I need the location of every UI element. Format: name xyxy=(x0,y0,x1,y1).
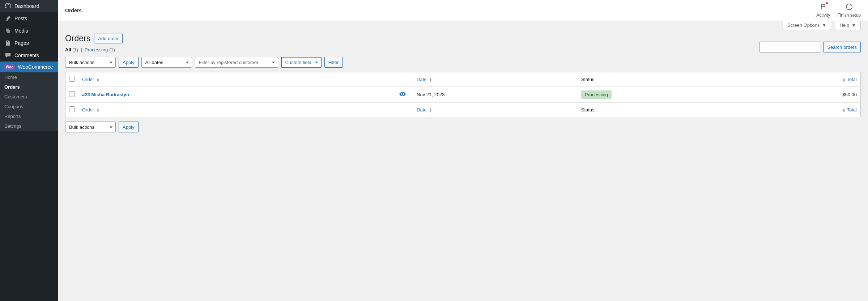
customer-filter-select[interactable]: Filter by registered customer xyxy=(195,57,278,68)
sidebar-item-woocommerce[interactable]: Woo WooCommerce xyxy=(0,62,58,72)
sidebar-label: Media xyxy=(14,28,28,34)
tablenav-bottom: Bulk actions Apply xyxy=(65,122,861,132)
finish-setup-label: Finish setup xyxy=(837,13,861,18)
column-status-footer: Status xyxy=(578,103,754,117)
order-total: $50.00 xyxy=(754,87,861,103)
column-date[interactable]: Date ▲▼ xyxy=(413,72,578,87)
finish-setup-button[interactable]: Finish setup xyxy=(837,3,861,18)
order-link[interactable]: #23 Misha Rudrastyh xyxy=(82,92,129,97)
chevron-down-icon: ▼ xyxy=(851,22,856,28)
notification-dot xyxy=(826,2,828,4)
column-date-footer[interactable]: Date ▲▼ xyxy=(413,103,578,117)
topbar: Orders Activity Finish setup xyxy=(58,0,868,21)
preview-icon[interactable] xyxy=(399,92,406,97)
tablenav-top: Bulk actions Apply All dates Filter by r… xyxy=(65,57,861,68)
sidebar-label: Dashboard xyxy=(14,3,39,9)
row-checkbox[interactable] xyxy=(69,91,75,97)
search-orders-button[interactable]: Search orders xyxy=(823,42,861,52)
screen-options-tab[interactable]: Screen Options ▼ xyxy=(783,21,831,30)
sort-icon: ▲▼ xyxy=(96,78,100,82)
topbar-title: Orders xyxy=(65,8,82,13)
sidebar-item-posts[interactable]: Posts xyxy=(0,12,58,25)
flag-icon xyxy=(820,3,827,12)
column-total[interactable]: ▲▼ Total xyxy=(754,72,861,87)
column-status: Status xyxy=(578,72,754,87)
sort-icon: ▲▼ xyxy=(429,78,432,82)
sort-icon: ▲▼ xyxy=(429,108,432,113)
apply-bulk-button[interactable]: Apply xyxy=(119,57,139,68)
filter-all[interactable]: All (1) xyxy=(65,47,80,52)
svg-point-0 xyxy=(846,4,852,10)
sort-icon: ▲▼ xyxy=(842,78,846,82)
table-footer-row: Order ▲▼ Date ▲▼ Status ▲▼ Total xyxy=(65,103,861,117)
activity-button[interactable]: Activity xyxy=(816,3,830,18)
screen-meta: Screen Options ▼ Help ▼ xyxy=(58,21,868,30)
dashboard-icon xyxy=(4,3,12,10)
filter-button[interactable]: Filter xyxy=(324,57,343,68)
pin-icon xyxy=(4,15,12,22)
page-title: Orders xyxy=(65,34,90,43)
filter-processing[interactable]: Processing (1) xyxy=(85,47,115,52)
main-content: Orders Activity Finish setup Screen Opti… xyxy=(58,0,868,301)
sidebar-item-pages[interactable]: Pages xyxy=(0,37,58,49)
orders-table: Order ▲▼ Date ▲▼ Status ▲▼ Total xyxy=(65,72,861,117)
column-order[interactable]: Order ▲▼ xyxy=(78,72,332,87)
submenu-coupons[interactable]: Coupons xyxy=(0,102,58,111)
submenu-settings[interactable]: Settings xyxy=(0,121,58,131)
woocommerce-submenu: Home Orders Customers Coupons Reports Se… xyxy=(0,72,58,131)
sort-icon: ▲▼ xyxy=(96,108,100,113)
sidebar-label: WooCommerce xyxy=(18,64,53,70)
select-all-checkbox[interactable] xyxy=(69,76,75,82)
column-total-footer[interactable]: ▲▼ Total xyxy=(754,103,861,117)
sidebar-item-media[interactable]: Media xyxy=(0,25,58,37)
submenu-orders[interactable]: Orders xyxy=(0,82,58,92)
circle-icon xyxy=(846,3,853,12)
custom-field-select[interactable]: Custom field xyxy=(281,57,322,68)
topbar-actions: Activity Finish setup xyxy=(816,3,861,18)
column-order-footer[interactable]: Order ▲▼ xyxy=(78,103,332,117)
content-area: Orders Add order All (1) | Processing (1… xyxy=(58,30,868,140)
help-tab[interactable]: Help ▼ xyxy=(835,21,861,30)
add-order-button[interactable]: Add order xyxy=(94,34,123,43)
woocommerce-icon: Woo xyxy=(4,64,15,70)
sidebar-label: Pages xyxy=(14,40,29,46)
media-icon xyxy=(4,27,12,34)
sidebar-item-dashboard[interactable]: Dashboard xyxy=(0,0,58,12)
table-header-row: Order ▲▼ Date ▲▼ Status ▲▼ Total xyxy=(65,72,861,87)
pages-icon xyxy=(4,39,12,47)
search-input[interactable] xyxy=(760,42,821,52)
sidebar-label: Comments xyxy=(14,52,39,58)
sidebar-label: Posts xyxy=(14,16,27,21)
date-filter-select[interactable]: All dates xyxy=(141,57,192,68)
status-badge: Processing xyxy=(581,90,612,99)
comments-icon xyxy=(4,52,12,59)
apply-bulk-button-bottom[interactable]: Apply xyxy=(119,122,139,132)
activity-label: Activity xyxy=(816,13,830,18)
order-date: Nov 21, 2023 xyxy=(413,87,578,103)
select-all-checkbox-footer[interactable] xyxy=(69,106,75,112)
chevron-down-icon: ▼ xyxy=(822,22,827,28)
submenu-customers[interactable]: Customers xyxy=(0,92,58,102)
sort-icon: ▲▼ xyxy=(842,108,846,113)
admin-sidebar: Dashboard Posts Media Pages Comments Woo… xyxy=(0,0,58,301)
submenu-reports[interactable]: Reports xyxy=(0,111,58,121)
sidebar-item-comments[interactable]: Comments xyxy=(0,49,58,62)
submenu-home[interactable]: Home xyxy=(0,72,58,82)
search-row: Search orders xyxy=(65,42,861,52)
bulk-actions-select[interactable]: Bulk actions xyxy=(65,57,116,68)
table-row: #23 Misha Rudrastyh Nov 21, 2023 Process… xyxy=(65,87,861,103)
bulk-actions-select-bottom[interactable]: Bulk actions xyxy=(65,122,116,132)
